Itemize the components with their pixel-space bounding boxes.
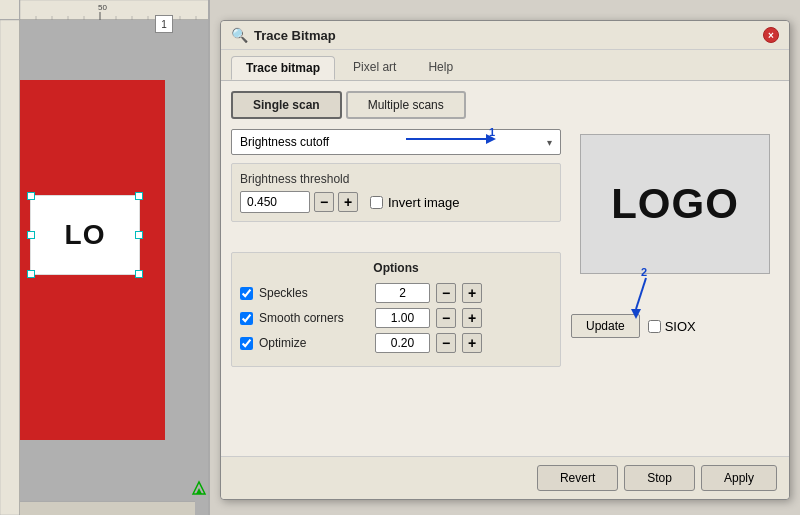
dialog-titlebar: 🔍 Trace Bitmap × [221,21,789,50]
siox-row: SIOX [648,319,696,334]
smooth-corners-decrement[interactable]: − [436,308,456,328]
annotation-arrow-2: 2 [601,264,661,319]
optimize-value[interactable] [375,333,430,353]
speckles-value[interactable] [375,283,430,303]
dialog-title: Trace Bitmap [254,28,757,43]
ruler-top: 50 [20,0,210,20]
handle-ml[interactable] [27,231,35,239]
speckles-increment[interactable]: + [462,283,482,303]
optimize-label: Optimize [259,336,369,350]
mode-dropdown-row: Brightness cutoff ▾ 1 [231,129,561,155]
spacer [231,232,561,252]
handle-mr[interactable] [135,231,143,239]
canvas-logo-text: LO [65,219,106,251]
svg-text:1: 1 [489,126,495,138]
smooth-corners-increment[interactable]: + [462,308,482,328]
preview-container: LOGO [580,134,770,274]
handle-bl[interactable] [27,270,35,278]
svg-text:2: 2 [641,266,647,278]
update-section: 2 Update SIOX [571,284,779,338]
canvas-area: 50 LO 1 [0,0,210,515]
annotation-arrow-1: 1 [391,124,511,154]
smooth-corners-value[interactable] [375,308,430,328]
threshold-input-row: − + Invert image [240,191,552,213]
trace-bitmap-icon: 🔍 [231,27,248,43]
invert-row: Invert image [370,195,460,210]
siox-label: SIOX [665,319,696,334]
speckles-decrement[interactable]: − [436,283,456,303]
page-indicator: 1 [155,15,173,33]
invert-checkbox[interactable] [370,196,383,209]
apply-button[interactable]: Apply [701,465,777,491]
options-title: Options [240,261,552,275]
handle-br[interactable] [135,270,143,278]
threshold-increment[interactable]: + [338,192,358,212]
stop-button[interactable]: Stop [624,465,695,491]
dropdown-arrow-icon: ▾ [547,137,552,148]
svg-marker-17 [196,488,202,494]
pointer-icon [191,480,207,499]
tab-help[interactable]: Help [414,56,467,80]
smooth-corners-label: Smooth corners [259,311,369,325]
revert-button[interactable]: Revert [537,465,618,491]
optimize-row: Optimize − + [240,333,552,353]
threshold-decrement[interactable]: − [314,192,334,212]
threshold-value-input[interactable] [240,191,310,213]
options-section: Options Speckles − + Smooth corners [231,252,561,367]
siox-checkbox[interactable] [648,320,661,333]
ruler-corner [0,0,20,20]
panel-divider [208,0,210,515]
smooth-corners-row: Smooth corners − + [240,308,552,328]
multiple-scans-button[interactable]: Multiple scans [346,91,466,119]
horizontal-scrollbar[interactable] [20,501,195,515]
dialog-footer: Revert Stop Apply [221,456,789,499]
preview-logo: LOGO [611,180,739,228]
svg-marker-23 [631,309,641,319]
svg-rect-14 [0,20,20,515]
optimize-checkbox[interactable] [240,337,253,350]
tabs-bar: Trace bitmap Pixel art Help [221,50,789,81]
svg-text:50: 50 [98,3,107,12]
speckles-checkbox[interactable] [240,287,253,300]
speckles-label: Speckles [259,286,369,300]
threshold-label: Brightness threshold [240,172,552,186]
svg-rect-0 [20,0,210,20]
scan-type-buttons: Single scan Multiple scans [231,91,779,119]
optimize-decrement[interactable]: − [436,333,456,353]
speckles-row: Speckles − + [240,283,552,303]
tab-pixel-art[interactable]: Pixel art [339,56,410,80]
single-scan-button[interactable]: Single scan [231,91,342,119]
right-panel: LOGO 2 Update SIOX [571,129,779,367]
trace-bitmap-dialog: 🔍 Trace Bitmap × Trace bitmap Pixel art … [220,20,790,500]
handle-tr[interactable] [135,192,143,200]
ruler-left [0,20,20,515]
svg-line-22 [636,278,646,309]
handle-tl[interactable] [27,192,35,200]
dialog-close-button[interactable]: × [763,27,779,43]
left-panel: Brightness cutoff ▾ 1 Brightness thresho… [231,129,571,367]
invert-label: Invert image [388,195,460,210]
optimize-increment[interactable]: + [462,333,482,353]
smooth-corners-checkbox[interactable] [240,312,253,325]
dropdown-label: Brightness cutoff [240,135,329,149]
threshold-section: Brightness threshold − + Invert image [231,163,561,222]
canvas-logo-object[interactable]: LO [30,195,140,275]
dialog-body: Brightness cutoff ▾ 1 Brightness thresho… [231,129,779,367]
tab-trace-bitmap[interactable]: Trace bitmap [231,56,335,80]
